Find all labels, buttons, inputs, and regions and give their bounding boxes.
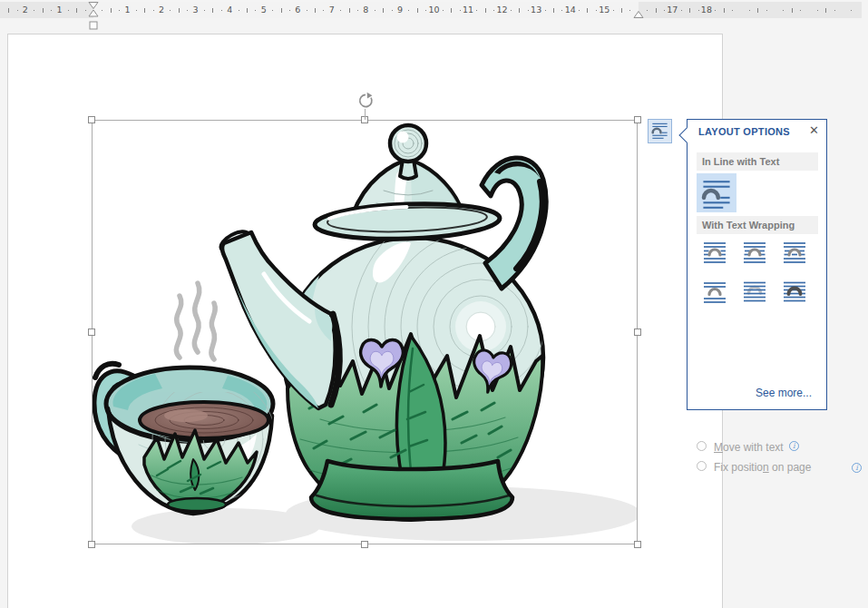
selection-handle-bottom-right[interactable] bbox=[634, 541, 641, 548]
ruler-tick bbox=[136, 10, 137, 11]
layout-options-button[interactable] bbox=[648, 119, 672, 143]
ruler-tick bbox=[493, 10, 494, 11]
selection-handle-top-right[interactable] bbox=[634, 116, 641, 123]
rotation-handle[interactable] bbox=[356, 92, 375, 110]
ruler-number: 1 bbox=[56, 5, 62, 15]
ruler-tick bbox=[170, 10, 171, 11]
ruler-tick bbox=[111, 8, 112, 13]
ruler-tick bbox=[766, 10, 767, 11]
option-square[interactable] bbox=[702, 240, 727, 265]
panel-title: LAYOUT OPTIONS bbox=[698, 126, 790, 137]
ruler-tick bbox=[76, 8, 77, 13]
ruler-tick bbox=[417, 8, 418, 13]
ruler-number: 1 bbox=[125, 5, 131, 15]
teapot-clipart-image[interactable] bbox=[92, 120, 638, 544]
ruler-tick bbox=[553, 8, 554, 13]
in-line-options-row bbox=[697, 173, 736, 212]
selection-handle-bottom-center[interactable] bbox=[361, 541, 368, 548]
ruler-tick bbox=[272, 10, 273, 11]
ruler-number: 7 bbox=[329, 5, 335, 15]
ruler-number: 6 bbox=[295, 5, 300, 15]
ruler-number: 2 bbox=[23, 5, 28, 15]
ruler-tick bbox=[460, 10, 461, 11]
ruler-number: 2 bbox=[159, 5, 164, 15]
ruler-tick bbox=[255, 10, 256, 11]
section-header-in-line-with-text: In Line with Text bbox=[697, 152, 818, 171]
ruler-number: 12 bbox=[497, 5, 508, 15]
ruler-tick bbox=[715, 10, 716, 11]
ruler-tick bbox=[375, 10, 375, 11]
rotate-icon bbox=[356, 92, 375, 110]
ruler-tick bbox=[698, 10, 699, 11]
layout-options-panel: LAYOUT OPTIONS ✕ In Line with Text With … bbox=[687, 119, 827, 410]
selection-handle-middle-right[interactable] bbox=[634, 329, 641, 336]
ruler-number: 13 bbox=[531, 5, 541, 15]
ruler-tick bbox=[511, 10, 512, 11]
radio-label: Move with text bbox=[714, 440, 784, 455]
ruler-tick bbox=[519, 8, 520, 13]
ruler-tick bbox=[383, 8, 384, 13]
ruler-tick bbox=[221, 10, 222, 11]
selection-handle-top-left[interactable] bbox=[88, 116, 95, 123]
ruler-tick bbox=[239, 10, 239, 11]
ruler-tick bbox=[187, 10, 188, 11]
ruler-tick bbox=[408, 10, 409, 11]
selection-handle-middle-left[interactable] bbox=[88, 329, 95, 336]
ruler-number: 9 bbox=[397, 5, 403, 15]
ruler-tick bbox=[724, 8, 725, 13]
option-in-line-with-text[interactable] bbox=[697, 173, 736, 212]
ruler-tick bbox=[561, 10, 562, 11]
ruler-tick bbox=[204, 10, 205, 11]
option-behind-text[interactable] bbox=[742, 279, 767, 305]
see-more-link[interactable]: See more... bbox=[756, 387, 812, 399]
radio-circle bbox=[697, 461, 707, 471]
ruler-tick bbox=[68, 10, 69, 11]
ruler-tick bbox=[247, 8, 248, 13]
indent-markers-icon[interactable] bbox=[88, 2, 99, 31]
ruler-tick bbox=[425, 10, 426, 11]
ruler-tick bbox=[656, 8, 657, 13]
section-header-with-text-wrapping: With Text Wrapping bbox=[697, 216, 818, 234]
info-icon[interactable]: i bbox=[789, 441, 799, 451]
ruler-tick bbox=[85, 10, 86, 11]
ruler-tick bbox=[629, 10, 630, 11]
right-indent-marker-icon[interactable] bbox=[633, 11, 644, 19]
ruler-tick bbox=[451, 8, 452, 13]
ruler-number: 10 bbox=[428, 5, 439, 15]
radio-label: Fix position on page bbox=[714, 460, 811, 475]
ruler-tick bbox=[485, 8, 486, 13]
ruler-tick bbox=[851, 10, 852, 11]
ruler-tick bbox=[579, 10, 580, 11]
horizontal-ruler[interactable]: 211234567891011121314151718 bbox=[0, 2, 862, 18]
ruler-tick bbox=[545, 10, 546, 11]
radio-fix-position-on-page: Fix position on page i bbox=[695, 460, 822, 475]
ruler-number: 3 bbox=[193, 5, 199, 15]
radio-circle bbox=[697, 441, 707, 451]
option-top-and-bottom[interactable] bbox=[702, 279, 727, 305]
ruler-tick bbox=[647, 10, 648, 11]
ruler-tick bbox=[443, 10, 444, 11]
ruler-number: 15 bbox=[599, 5, 610, 15]
ruler-tick bbox=[596, 10, 597, 11]
ruler-tick bbox=[34, 10, 34, 11]
wrapping-options-grid bbox=[702, 240, 816, 305]
ruler-tick bbox=[800, 10, 801, 11]
ruler-tick bbox=[689, 8, 690, 13]
ruler-tick bbox=[392, 10, 393, 11]
ruler-tick bbox=[102, 10, 102, 11]
ruler-tick bbox=[281, 8, 282, 13]
ruler-number: 18 bbox=[701, 5, 712, 15]
option-through[interactable] bbox=[782, 240, 807, 265]
option-in-front-of-text[interactable] bbox=[782, 279, 807, 305]
ruler-number: 17 bbox=[667, 5, 678, 15]
close-icon[interactable]: ✕ bbox=[809, 123, 819, 137]
word-document-canvas: 211234567891011121314151718 bbox=[0, 0, 868, 608]
ruler-tick bbox=[357, 10, 358, 11]
info-icon[interactable]: i bbox=[852, 463, 862, 473]
selection-handle-bottom-left[interactable] bbox=[88, 541, 95, 548]
ruler-tick bbox=[43, 8, 44, 13]
ruler-tick bbox=[792, 8, 793, 13]
ruler-number: 11 bbox=[463, 5, 473, 15]
option-tight[interactable] bbox=[742, 240, 767, 265]
ruler-tick bbox=[783, 10, 784, 11]
